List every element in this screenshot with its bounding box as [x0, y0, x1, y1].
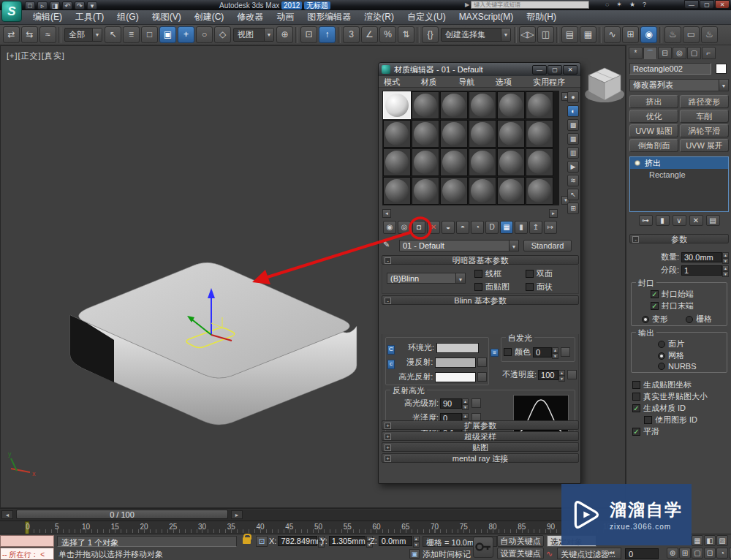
rollout-0[interactable]: +扩展参数 — [382, 420, 579, 430]
go-to-start-icon[interactable]: ⏮ — [608, 549, 615, 558]
sample-slot-13[interactable] — [412, 148, 439, 176]
make-material-copy-icon[interactable]: ◒ — [442, 221, 455, 234]
output-radio-1[interactable] — [658, 352, 665, 360]
tab-hierarchy[interactable]: ⊟ — [658, 47, 672, 59]
specular-level-field[interactable]: 90 — [440, 398, 462, 409]
menu-item-10[interactable]: MAXScript(M) — [452, 10, 520, 24]
search-toggle-icon[interactable]: ▶ — [465, 1, 469, 8]
self-illum-value-field[interactable]: 0 — [533, 347, 552, 357]
reference-coordinate-dropdown[interactable]: 视图▼ — [233, 28, 274, 42]
cap-end-checkbox[interactable]: ✓ — [651, 302, 659, 310]
stack-row-1[interactable]: Rectangle — [630, 169, 728, 181]
angle-snap-icon[interactable]: ∠ — [361, 26, 378, 43]
sample-slot-16[interactable] — [497, 148, 525, 176]
undo-icon[interactable]: ↶ — [62, 1, 72, 10]
sample-slot-9[interactable] — [469, 120, 496, 148]
shader-type-dropdown[interactable]: (B)Blinn ▼ — [387, 273, 466, 284]
isolate-selection-icon[interactable]: ▦ — [692, 535, 703, 546]
blinn-rollout-header[interactable]: - Blinn 基本参数 — [382, 295, 579, 305]
opacity-map-button[interactable] — [567, 370, 577, 379]
wireframe-checkbox[interactable] — [474, 270, 482, 278]
search-icon[interactable]: ◌ — [605, 1, 609, 8]
backlight-icon[interactable]: ◐ — [567, 105, 579, 117]
chevron-down-icon[interactable]: ▼ — [455, 273, 465, 283]
tab-motion[interactable]: ◎ — [673, 47, 686, 59]
sample-slot-3[interactable] — [469, 91, 496, 119]
configure-modifier-sets-icon[interactable]: ▤ — [706, 215, 720, 226]
y-coordinate-field[interactable]: 1.305mm — [329, 536, 366, 546]
select-and-manipulate-icon[interactable]: ⊡ — [300, 26, 317, 43]
macro-recorder-pane[interactable] — [0, 535, 54, 547]
select-and-link-icon[interactable]: ⇄ — [3, 26, 20, 43]
mat-menu-item-2[interactable]: 导航(N) — [453, 76, 491, 87]
two-sided-checkbox[interactable] — [526, 270, 534, 278]
time-back-arrow[interactable]: ◄ — [1, 510, 13, 519]
sample-slot-17[interactable] — [526, 148, 553, 176]
specular-level-map-button[interactable] — [471, 398, 481, 408]
lock-maps-icon[interactable]: ≡ — [491, 349, 499, 357]
favorites-icon[interactable]: ★ — [629, 1, 635, 8]
mat-menu-item-0[interactable]: 模式(D) — [379, 76, 416, 87]
menu-item-3[interactable]: 视图(V) — [145, 10, 188, 24]
search-input[interactable] — [471, 1, 589, 9]
select-and-scale-icon[interactable]: ◇ — [214, 26, 231, 43]
make-unique-icon[interactable]: ◓ — [456, 221, 469, 234]
sample-slot-19[interactable] — [412, 177, 439, 205]
menu-item-0[interactable]: 编辑(E) — [26, 10, 69, 24]
material-id-channel-icon[interactable]: D — [485, 221, 499, 234]
self-illum-map-button[interactable] — [561, 347, 570, 357]
redo-icon[interactable]: ↷ — [75, 1, 85, 10]
material-map-navigator-icon[interactable]: ⊞ — [567, 203, 579, 214]
mat-close-button[interactable]: ✕ — [563, 65, 577, 75]
diffuse-map-button[interactable] — [477, 357, 487, 367]
lock-diffuse-specular-icon[interactable]: c — [387, 360, 395, 369]
specular-swatch[interactable] — [435, 372, 476, 382]
chevron-down-icon[interactable]: ▼ — [264, 29, 273, 41]
sample-slot-8[interactable] — [440, 120, 468, 148]
select-and-rotate-icon[interactable]: ○ — [196, 26, 213, 43]
align-icon[interactable]: ◫ — [537, 26, 554, 43]
schematic-view-icon[interactable]: ⊞ — [622, 26, 639, 43]
pan-icon[interactable]: ⊡ — [704, 548, 716, 559]
modifier-button-2[interactable]: 优化 — [629, 110, 678, 123]
param-checkbox-3[interactable] — [644, 416, 652, 424]
amount-field[interactable]: 30.0mm — [681, 252, 722, 262]
chevron-down-icon[interactable]: ▼ — [509, 241, 518, 251]
output-radio-2[interactable] — [658, 363, 665, 370]
modifier-button-1[interactable]: 路径变形 — [680, 95, 729, 108]
tab-utilities[interactable]: ⌐ — [702, 47, 716, 59]
spinner-down-icon[interactable]: ▼ — [722, 271, 729, 277]
save-icon[interactable]: ◨ — [50, 1, 60, 10]
time-slider-thumb[interactable]: 0 / 100 — [16, 510, 228, 519]
menu-item-6[interactable]: 动画 — [270, 10, 300, 24]
material-editor-titlebar[interactable]: 材质编辑器 - 01 - Default —▢✕ — [379, 63, 580, 76]
window-crossing-icon[interactable]: ▣ — [159, 26, 176, 43]
viewport-label[interactable]: [+][正交][真实] — [7, 50, 65, 61]
sample-slot-0[interactable] — [383, 91, 411, 119]
get-material-icon[interactable]: ◉ — [383, 221, 396, 234]
modifier-list-dropdown[interactable]: 修改器列表 ▼ — [629, 79, 729, 91]
sample-slot-2[interactable] — [440, 91, 468, 119]
material-editor-window[interactable]: 材质编辑器 - 01 - Default —▢✕ 模式(D)材质(M)导航(N)… — [378, 62, 581, 484]
reset-map-icon[interactable]: ✕ — [427, 221, 440, 234]
cap-start-checkbox[interactable]: ✓ — [651, 290, 659, 298]
spinner-up-icon[interactable]: ▲ — [552, 347, 558, 353]
spinner-up-icon[interactable]: ▲ — [722, 252, 729, 258]
maximize-button[interactable]: ▢ — [700, 0, 714, 9]
spinner-up-icon[interactable]: ▲ — [722, 265, 729, 271]
spinner-up-icon[interactable]: ▲ — [462, 413, 469, 419]
new-file-icon[interactable]: □ — [25, 1, 35, 10]
selection-filter-dropdown[interactable]: 全部▼ — [64, 28, 102, 42]
tab-create[interactable]: * — [629, 47, 643, 59]
object-color-swatch[interactable] — [716, 64, 727, 74]
orbit-icon[interactable]: ◔ — [716, 548, 728, 559]
bind-to-space-warp-icon[interactable]: ≈ — [39, 26, 56, 43]
auto-key-button[interactable]: 自动关键点 — [497, 535, 544, 547]
material-type-button[interactable]: Standard — [523, 240, 572, 251]
render-setup-icon[interactable]: ♨ — [664, 26, 681, 43]
amount-spinner[interactable]: ▲▼ — [722, 252, 729, 262]
param-checkbox-4[interactable]: ✓ — [632, 428, 640, 436]
set-keys-button[interactable] — [473, 537, 493, 558]
rendered-frame-window-icon[interactable]: ▭ — [683, 26, 700, 43]
specular-map-button[interactable] — [477, 372, 487, 382]
